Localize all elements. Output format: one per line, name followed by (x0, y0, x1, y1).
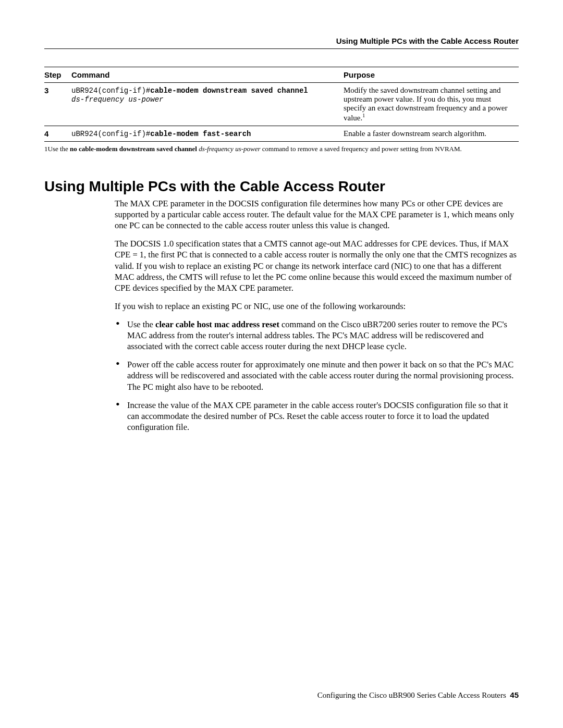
cell-step: 4 (44, 126, 71, 142)
cell-step: 3 (44, 83, 71, 126)
li-bold: clear cable host mac address reset (155, 319, 279, 329)
paragraph: The DOCSIS 1.0 specification states that… (115, 238, 519, 293)
table-row: 4 uBR924(config-if)#cable-modem fast-sea… (44, 126, 519, 142)
bullet-list: Use the clear cable host mac address res… (115, 319, 519, 433)
paragraph: The MAX CPE parameter in the DOCSIS conf… (115, 198, 519, 231)
footer-text: Configuring the Cisco uBR900 Series Cabl… (317, 691, 506, 699)
cell-purpose: Enable a faster downstream search algori… (344, 126, 519, 142)
list-item: Power off the cable access router for ap… (115, 359, 519, 392)
th-purpose: Purpose (344, 67, 519, 83)
page-number: 45 (510, 690, 519, 699)
cmd-bold: cable-modem fast-search (150, 130, 251, 138)
running-head: Using Multiple PCs with the Cable Access… (44, 36, 519, 45)
purpose-text: Modify the saved downstream channel sett… (344, 86, 507, 122)
command-table: Step Command Purpose 3 uBR924(config-if)… (44, 67, 519, 142)
cmd-prefix: uBR924(config-if)# (71, 130, 150, 138)
footnote-b: command to remove a saved frequency and … (261, 145, 462, 153)
footnote-a: Use the (48, 145, 70, 153)
paragraph: If you wish to replace an existing PC or… (115, 301, 519, 312)
cmd-bold: cable-modem downstream saved channel (150, 87, 308, 95)
table-row: 3 uBR924(config-if)#cable-modem downstre… (44, 83, 519, 126)
li-b: Power off the cable access router for ap… (127, 360, 513, 391)
section-heading: Using Multiple PCs with the Cable Access… (44, 178, 519, 195)
cell-command: uBR924(config-if)#cable-modem downstream… (71, 83, 344, 126)
cell-purpose: Modify the saved downstream channel sett… (344, 83, 519, 126)
footnote-ref: 1 (362, 113, 365, 118)
list-item: Use the clear cable host mac address res… (115, 319, 519, 352)
footnote-italic: ds-frequency us-power (199, 145, 260, 153)
cell-command: uBR924(config-if)#cable-modem fast-searc… (71, 126, 344, 142)
li-a: Use the (127, 319, 155, 329)
footnote-bold: no cable-modem downstream saved channel (70, 145, 197, 153)
list-item: Increase the value of the MAX CPE parame… (115, 400, 519, 433)
purpose-text: Enable a faster downstream search algori… (344, 129, 486, 138)
table-footnote: 1Use the no cable-modem downstream saved… (44, 145, 519, 153)
page-footer: Configuring the Cisco uBR900 Series Cabl… (44, 690, 519, 700)
page: Using Multiple PCs with the Cable Access… (0, 0, 563, 728)
header-rule (44, 48, 519, 49)
cmd-italic: ds-frequency us-power (71, 95, 163, 104)
body-block: The MAX CPE parameter in the DOCSIS conf… (115, 198, 519, 433)
li-b: Increase the value of the MAX CPE parame… (127, 400, 508, 432)
th-step: Step (44, 67, 71, 83)
th-command: Command (71, 67, 344, 83)
cmd-prefix: uBR924(config-if)# (71, 87, 150, 95)
